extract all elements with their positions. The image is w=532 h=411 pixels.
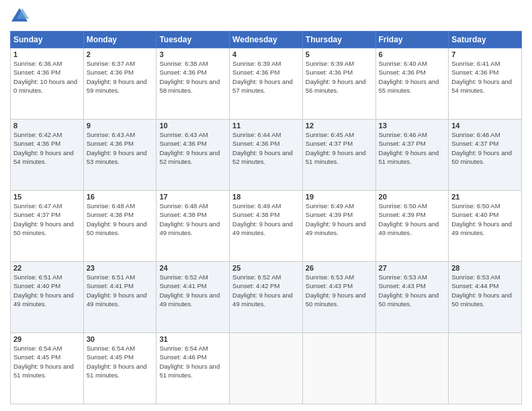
calendar-week-5: 29 Sunrise: 6:54 AMSunset: 4:45 PMDaylig… (11, 333, 522, 404)
calendar-cell: 2 Sunrise: 6:37 AMSunset: 4:36 PMDayligh… (83, 48, 157, 120)
day-number: 2 (87, 50, 154, 58)
day-info: Sunrise: 6:52 AMSunset: 4:42 PMDaylight:… (232, 273, 293, 308)
day-info: Sunrise: 6:44 AMSunset: 4:36 PMDaylight:… (232, 131, 293, 165)
calendar-cell: 15 Sunrise: 6:47 AMSunset: 4:37 PMDaylig… (11, 191, 84, 262)
calendar-cell: 13 Sunrise: 6:46 AMSunset: 4:37 PMDaylig… (375, 120, 449, 191)
calendar-cell: 29 Sunrise: 6:54 AMSunset: 4:45 PMDaylig… (11, 333, 84, 404)
day-info: Sunrise: 6:39 AMSunset: 4:36 PMDaylight:… (232, 60, 293, 94)
calendar-cell: 8 Sunrise: 6:42 AMSunset: 4:36 PMDayligh… (11, 120, 84, 191)
day-number: 27 (379, 264, 446, 272)
day-number: 9 (87, 122, 154, 130)
day-number: 16 (87, 193, 154, 201)
calendar-cell: 26 Sunrise: 6:53 AMSunset: 4:43 PMDaylig… (302, 262, 375, 333)
calendar-cell: 24 Sunrise: 6:52 AMSunset: 4:41 PMDaylig… (157, 262, 230, 333)
day-number: 18 (232, 193, 300, 201)
day-info: Sunrise: 6:40 AMSunset: 4:36 PMDaylight:… (379, 60, 439, 94)
day-info: Sunrise: 6:47 AMSunset: 4:37 PMDaylight:… (13, 202, 74, 236)
day-info: Sunrise: 6:51 AMSunset: 4:40 PMDaylight:… (13, 273, 74, 308)
day-number: 29 (13, 335, 81, 343)
day-info: Sunrise: 6:48 AMSunset: 4:38 PMDaylight:… (87, 202, 147, 236)
calendar-cell (449, 333, 522, 404)
weekday-header-monday: Monday (83, 32, 157, 48)
calendar-cell: 23 Sunrise: 6:51 AMSunset: 4:41 PMDaylig… (83, 262, 157, 333)
calendar-week-2: 8 Sunrise: 6:42 AMSunset: 4:36 PMDayligh… (11, 120, 522, 191)
weekday-header-saturday: Saturday (449, 32, 522, 48)
day-info: Sunrise: 6:53 AMSunset: 4:43 PMDaylight:… (379, 273, 439, 308)
calendar-cell: 14 Sunrise: 6:46 AMSunset: 4:37 PMDaylig… (449, 120, 522, 191)
logo-icon (10, 7, 29, 26)
day-number: 5 (306, 50, 373, 58)
calendar-cell: 27 Sunrise: 6:53 AMSunset: 4:43 PMDaylig… (375, 262, 449, 333)
calendar-week-1: 1 Sunrise: 6:36 AMSunset: 4:36 PMDayligh… (11, 48, 522, 120)
day-number: 8 (13, 122, 81, 130)
day-info: Sunrise: 6:37 AMSunset: 4:36 PMDaylight:… (87, 60, 147, 94)
day-number: 12 (306, 122, 373, 130)
calendar-cell: 30 Sunrise: 6:54 AMSunset: 4:45 PMDaylig… (83, 333, 157, 404)
calendar-cell: 7 Sunrise: 6:41 AMSunset: 4:36 PMDayligh… (449, 48, 522, 120)
day-info: Sunrise: 6:54 AMSunset: 4:45 PMDaylight:… (87, 345, 147, 379)
calendar-cell: 3 Sunrise: 6:38 AMSunset: 4:36 PMDayligh… (157, 48, 230, 120)
day-info: Sunrise: 6:46 AMSunset: 4:37 PMDaylight:… (379, 131, 439, 165)
day-info: Sunrise: 6:43 AMSunset: 4:36 PMDaylight:… (159, 131, 220, 165)
calendar-week-3: 15 Sunrise: 6:47 AMSunset: 4:37 PMDaylig… (11, 191, 522, 262)
day-info: Sunrise: 6:51 AMSunset: 4:41 PMDaylight:… (87, 273, 147, 308)
day-number: 24 (159, 264, 226, 272)
day-number: 25 (232, 264, 300, 272)
day-number: 31 (159, 335, 226, 343)
weekday-header-row: SundayMondayTuesdayWednesdayThursdayFrid… (11, 32, 522, 48)
header (10, 7, 522, 26)
calendar-cell: 21 Sunrise: 6:50 AMSunset: 4:40 PMDaylig… (449, 191, 522, 262)
day-info: Sunrise: 6:54 AMSunset: 4:46 PMDaylight:… (159, 345, 220, 379)
page: SundayMondayTuesdayWednesdayThursdayFrid… (0, 0, 532, 411)
calendar-table: SundayMondayTuesdayWednesdayThursdayFrid… (10, 31, 522, 404)
calendar-cell: 28 Sunrise: 6:53 AMSunset: 4:44 PMDaylig… (449, 262, 522, 333)
calendar-cell: 5 Sunrise: 6:39 AMSunset: 4:36 PMDayligh… (302, 48, 375, 120)
day-info: Sunrise: 6:50 AMSunset: 4:39 PMDaylight:… (379, 202, 439, 236)
day-info: Sunrise: 6:53 AMSunset: 4:44 PMDaylight:… (451, 273, 512, 308)
calendar-cell: 25 Sunrise: 6:52 AMSunset: 4:42 PMDaylig… (230, 262, 303, 333)
day-info: Sunrise: 6:39 AMSunset: 4:36 PMDaylight:… (306, 60, 366, 94)
day-info: Sunrise: 6:49 AMSunset: 4:38 PMDaylight:… (232, 202, 293, 236)
calendar-cell: 18 Sunrise: 6:49 AMSunset: 4:38 PMDaylig… (230, 191, 303, 262)
day-number: 4 (232, 50, 300, 58)
calendar-cell: 11 Sunrise: 6:44 AMSunset: 4:36 PMDaylig… (230, 120, 303, 191)
calendar-cell: 9 Sunrise: 6:43 AMSunset: 4:36 PMDayligh… (83, 120, 157, 191)
day-number: 30 (87, 335, 154, 343)
calendar-cell: 1 Sunrise: 6:36 AMSunset: 4:36 PMDayligh… (11, 48, 84, 120)
calendar-cell: 6 Sunrise: 6:40 AMSunset: 4:36 PMDayligh… (375, 48, 449, 120)
logo (10, 7, 32, 26)
day-number: 19 (306, 193, 373, 201)
day-info: Sunrise: 6:42 AMSunset: 4:36 PMDaylight:… (13, 131, 74, 165)
calendar-cell: 31 Sunrise: 6:54 AMSunset: 4:46 PMDaylig… (157, 333, 230, 404)
day-info: Sunrise: 6:53 AMSunset: 4:43 PMDaylight:… (306, 273, 366, 308)
day-number: 3 (159, 50, 226, 58)
calendar-cell: 12 Sunrise: 6:45 AMSunset: 4:37 PMDaylig… (302, 120, 375, 191)
day-number: 17 (159, 193, 226, 201)
day-info: Sunrise: 6:50 AMSunset: 4:40 PMDaylight:… (451, 202, 512, 236)
day-number: 6 (379, 50, 446, 58)
weekday-header-sunday: Sunday (11, 32, 84, 48)
weekday-header-wednesday: Wednesday (230, 32, 303, 48)
day-number: 13 (379, 122, 446, 130)
day-number: 14 (451, 122, 519, 130)
day-info: Sunrise: 6:45 AMSunset: 4:37 PMDaylight:… (306, 131, 366, 165)
day-number: 15 (13, 193, 81, 201)
day-info: Sunrise: 6:38 AMSunset: 4:36 PMDaylight:… (159, 60, 220, 94)
day-info: Sunrise: 6:41 AMSunset: 4:36 PMDaylight:… (451, 60, 512, 94)
day-info: Sunrise: 6:48 AMSunset: 4:38 PMDaylight:… (159, 202, 220, 236)
day-number: 10 (159, 122, 226, 130)
day-number: 23 (87, 264, 154, 272)
day-number: 26 (306, 264, 373, 272)
weekday-header-thursday: Thursday (302, 32, 375, 48)
day-number: 11 (232, 122, 300, 130)
calendar-cell (302, 333, 375, 404)
weekday-header-tuesday: Tuesday (157, 32, 230, 48)
day-number: 28 (451, 264, 519, 272)
calendar-cell: 16 Sunrise: 6:48 AMSunset: 4:38 PMDaylig… (83, 191, 157, 262)
day-info: Sunrise: 6:52 AMSunset: 4:41 PMDaylight:… (159, 273, 220, 308)
day-number: 21 (451, 193, 519, 201)
day-number: 20 (379, 193, 446, 201)
weekday-header-friday: Friday (375, 32, 449, 48)
calendar-cell: 19 Sunrise: 6:49 AMSunset: 4:39 PMDaylig… (302, 191, 375, 262)
day-number: 7 (451, 50, 519, 58)
